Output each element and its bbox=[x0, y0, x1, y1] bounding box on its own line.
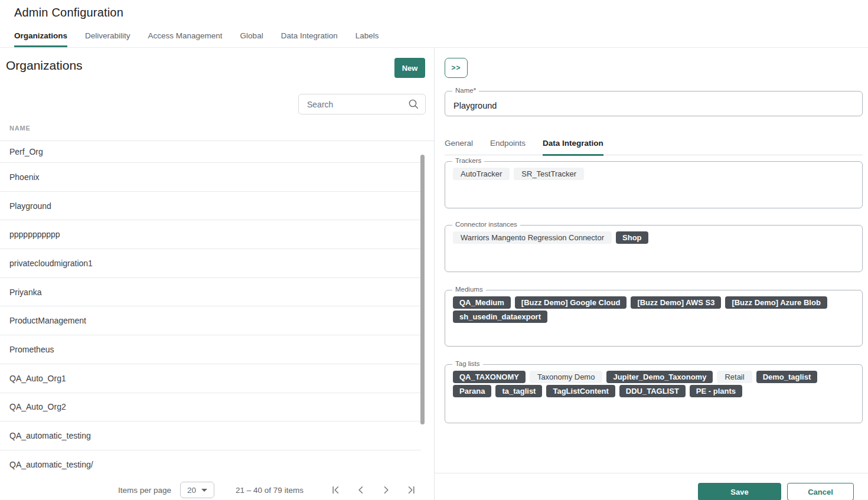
org-row[interactable]: Prometheus bbox=[0, 335, 421, 364]
connector-instances-chips: Warriors Mangento Regression Connector S… bbox=[445, 226, 862, 250]
tag-lists-legend: Tag lists bbox=[452, 360, 483, 367]
last-page-icon bbox=[407, 485, 416, 495]
chip[interactable]: [Buzz Demo] Azure Blob bbox=[725, 296, 827, 309]
organizations-table: Perf_Org Phoenix Playground ppppppppppp … bbox=[0, 140, 421, 479]
chip[interactable]: [Buzz Demo] Google Cloud bbox=[515, 296, 627, 309]
connector-instances-legend: Connector instances bbox=[452, 221, 520, 228]
header-tab[interactable]: Labels bbox=[355, 28, 379, 47]
detail-tab[interactable]: Endpoints bbox=[490, 139, 526, 155]
save-button[interactable]: Save bbox=[698, 483, 781, 500]
search-input[interactable] bbox=[298, 94, 426, 115]
header-tab[interactable]: Global bbox=[240, 28, 263, 47]
org-row[interactable]: Priyanka bbox=[0, 278, 421, 307]
app-header: Admin Configuration bbox=[0, 0, 868, 19]
trackers-fieldset: Trackers AutoTracker SR_TestTracker bbox=[445, 161, 863, 208]
chip[interactable]: ta_taglist bbox=[495, 385, 542, 397]
search-field bbox=[298, 94, 426, 115]
cancel-button[interactable]: Cancel bbox=[787, 483, 854, 500]
detail-tab[interactable]: Data Integration bbox=[543, 139, 603, 155]
search-icon bbox=[408, 99, 419, 112]
main-content: Organizations New NAME Perf_Org Phoenix … bbox=[0, 48, 868, 500]
chip[interactable]: QA_TAXONOMY bbox=[453, 371, 526, 383]
name-field: Name* bbox=[445, 91, 863, 116]
first-page-icon bbox=[331, 485, 340, 495]
chip[interactable]: PE - plants bbox=[690, 385, 742, 397]
trackers-legend: Trackers bbox=[452, 157, 484, 164]
chevron-right-icon bbox=[381, 485, 391, 495]
chip[interactable]: Jupiter_Demo_Taxonomy bbox=[606, 371, 713, 383]
column-header-name: NAME bbox=[9, 125, 31, 132]
org-row[interactable]: Phoenix bbox=[0, 163, 421, 192]
trackers-chips: AutoTracker SR_TestTracker bbox=[445, 162, 862, 186]
chip[interactable]: AutoTracker bbox=[453, 168, 510, 180]
action-buttons: Save Cancel bbox=[445, 483, 854, 500]
new-organization-button[interactable]: New bbox=[394, 58, 425, 78]
header-tab[interactable]: Organizations bbox=[14, 28, 67, 47]
org-row[interactable]: QA_Auto_Org1 bbox=[0, 364, 421, 393]
organizations-list-panel: Organizations New NAME Perf_Org Phoenix … bbox=[0, 48, 434, 500]
organization-detail-panel: >> Name* General Endpoints Data Integrat… bbox=[434, 48, 868, 500]
org-row[interactable]: ProductManagement bbox=[0, 306, 421, 335]
list-scrollbar[interactable] bbox=[420, 155, 425, 424]
tag-lists-fieldset: Tag lists QA_TAXONOMY Taxonomy Demo Jupi… bbox=[445, 364, 863, 423]
chip[interactable]: Warriors Mangento Regression Connector bbox=[453, 231, 612, 244]
pagination-range-label: 21 – 40 of 79 items bbox=[236, 486, 304, 495]
org-row[interactable]: ppppppppppp bbox=[0, 220, 421, 249]
page-title: Admin Configuration bbox=[14, 6, 868, 19]
org-row[interactable]: QA_automatic_testing bbox=[0, 421, 421, 450]
mediums-fieldset: Mediums QA_Medium [Buzz Demo] Google Clo… bbox=[445, 290, 863, 347]
next-page-button[interactable] bbox=[381, 485, 391, 495]
detail-tab-bar: General Endpoints Data Integration bbox=[445, 139, 863, 155]
org-row[interactable]: privatecloudmigration1 bbox=[0, 249, 421, 278]
header-tab-bar: Organizations Deliverability Access Mana… bbox=[0, 28, 868, 48]
header-tab[interactable]: Deliverability bbox=[85, 28, 130, 47]
org-row[interactable]: Perf_Org bbox=[0, 140, 421, 163]
chip[interactable]: Parana bbox=[453, 385, 491, 397]
tag-lists-chips: QA_TAXONOMY Taxonomy Demo Jupiter_Demo_T… bbox=[445, 365, 862, 403]
items-per-page-value: 20 bbox=[187, 486, 196, 495]
chip[interactable]: TagListContent bbox=[546, 385, 615, 397]
first-page-button[interactable] bbox=[331, 485, 340, 495]
last-page-button[interactable] bbox=[407, 485, 416, 495]
name-field-label: Name* bbox=[452, 87, 479, 94]
mediums-legend: Mediums bbox=[452, 286, 486, 293]
items-per-page-select[interactable]: 20 bbox=[180, 482, 214, 498]
previous-page-button[interactable] bbox=[356, 485, 366, 495]
chevron-left-icon bbox=[356, 485, 366, 495]
chip[interactable]: QA_Medium bbox=[453, 296, 511, 309]
header-tab[interactable]: Data Integration bbox=[281, 28, 338, 47]
org-row[interactable]: QA_Auto_Org2 bbox=[0, 393, 421, 422]
mediums-chips: QA_Medium [Buzz Demo] Google Cloud [Buzz… bbox=[445, 290, 862, 329]
chip[interactable]: sh_usedin_dataexport bbox=[453, 311, 547, 323]
chip[interactable]: Retail bbox=[717, 371, 752, 383]
name-input[interactable] bbox=[445, 91, 862, 116]
chip[interactable]: Demo_taglist bbox=[756, 371, 818, 383]
org-row[interactable]: Playground bbox=[0, 192, 421, 221]
pagination-bar: Items per page 20 21 – 40 of 79 items bbox=[0, 475, 434, 500]
items-per-page-label: Items per page bbox=[118, 486, 171, 495]
connector-instances-fieldset: Connector instances Warriors Mangento Re… bbox=[445, 225, 863, 272]
collapse-panel-button[interactable]: >> bbox=[445, 58, 468, 78]
chip[interactable]: [Buzz Demo] AWS S3 bbox=[631, 296, 721, 309]
detail-tab[interactable]: General bbox=[445, 139, 473, 155]
chevron-down-icon bbox=[201, 489, 207, 492]
chip[interactable]: SR_TestTracker bbox=[514, 168, 584, 180]
panel-title: Organizations bbox=[6, 58, 83, 73]
chip[interactable]: Taxonomy Demo bbox=[530, 371, 603, 383]
pager-controls bbox=[331, 485, 416, 495]
chip[interactable]: DDU_TAGLIST bbox=[619, 385, 686, 397]
actions-divider bbox=[435, 473, 868, 473]
header-tab[interactable]: Access Management bbox=[148, 28, 223, 47]
chip[interactable]: Shop bbox=[616, 231, 648, 244]
